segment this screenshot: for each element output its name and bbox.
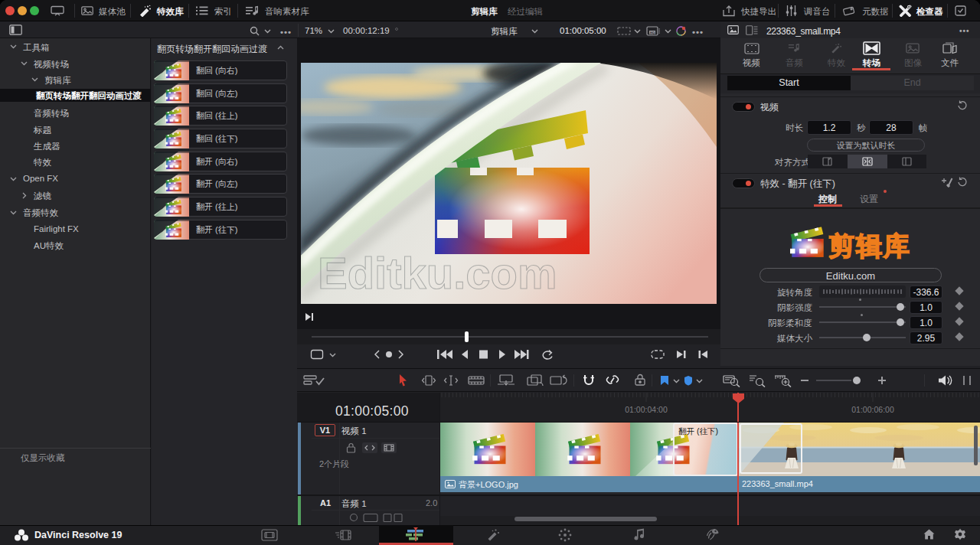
svg-text:01:00:06:00: 01:00:06:00	[851, 405, 894, 414]
svg-text:01:00:04:00: 01:00:04:00	[625, 405, 668, 414]
svg-text:HQ: HQ	[650, 31, 655, 34]
svg-text:Editku.com: Editku.com	[318, 248, 557, 298]
